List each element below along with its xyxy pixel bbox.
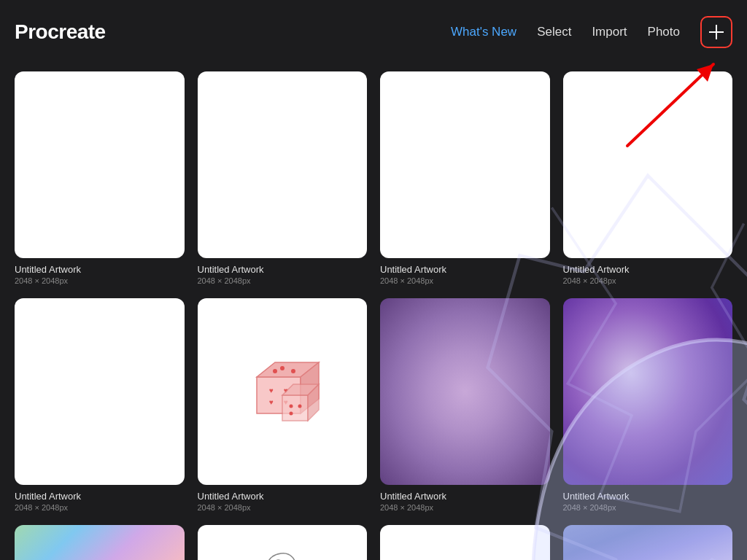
artwork-item[interactable]: Untitled Artwork 2048 × 2048px [15, 298, 185, 512]
gallery-grid: Untitled Artwork 2048 × 2048px Untitled … [15, 71, 732, 560]
header-nav: What's New Select Import Photo [451, 16, 732, 48]
add-button[interactable] [700, 16, 732, 48]
artwork-item[interactable]: ✦ ✦ ✦ [563, 525, 733, 561]
nav-whats-new[interactable]: What's New [451, 25, 516, 39]
svg-text:♥: ♥ [269, 398, 274, 406]
artwork-thumbnail [15, 525, 185, 561]
app-header: Procreate What's New Select Import Photo [0, 0, 747, 64]
artwork-thumbnail [15, 298, 185, 485]
blue-art-overlay: ✦ ✦ ✦ [563, 525, 733, 561]
artwork-item[interactable] [15, 525, 185, 561]
artwork-title: Untitled Artwork [15, 491, 185, 502]
svg-text:♥: ♥ [269, 386, 274, 394]
nav-photo[interactable]: Photo [648, 25, 680, 39]
artwork-title: Untitled Artwork [15, 264, 185, 275]
nav-select[interactable]: Select [537, 25, 571, 39]
artwork-thumbnail: ✦ ✦ ✦ [563, 525, 733, 561]
artwork-thumbnail [15, 71, 185, 258]
artwork-dims: 2048 × 2048px [15, 276, 185, 285]
artwork-dims: 2048 × 2048px [15, 503, 185, 512]
add-button-wrapper [700, 16, 732, 48]
artwork-item[interactable]: Untitled Artwork 2048 × 2048px [15, 71, 185, 285]
gallery: Untitled Artwork 2048 × 2048px Untitled … [0, 64, 747, 560]
nav-import[interactable]: Import [592, 25, 627, 39]
app-logo: Procreate [15, 20, 106, 44]
